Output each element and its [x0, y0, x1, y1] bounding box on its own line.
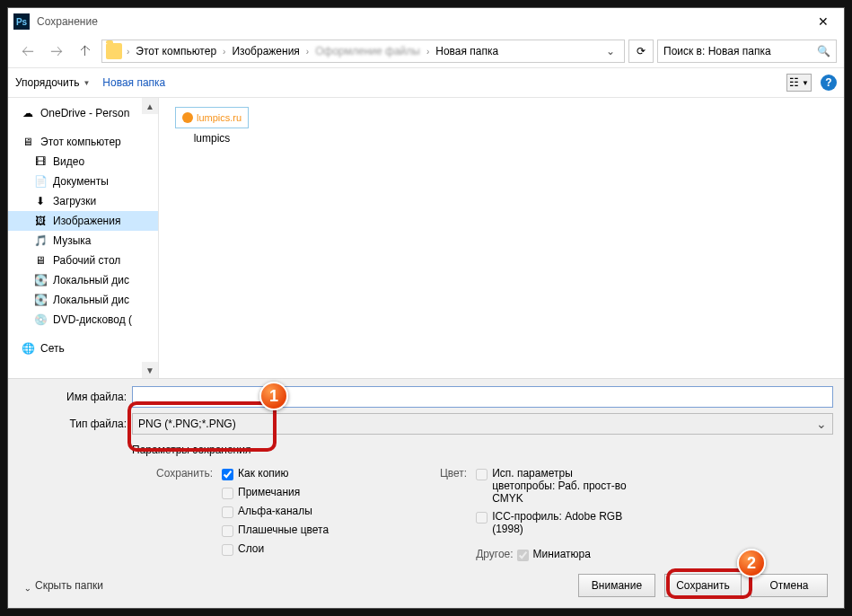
file-item[interactable]: lumpics.ru lumpics — [171, 107, 252, 145]
crumb-images[interactable]: Изображения — [230, 45, 301, 57]
chevron-right-icon: › — [124, 47, 132, 57]
search-icon: 🔍 — [817, 45, 830, 57]
tree-item[interactable]: 🌐Сеть — [8, 339, 158, 358]
warning-button[interactable]: Внимание — [578, 574, 655, 597]
tree-item[interactable]: 💿DVD-дисковод ( — [8, 310, 158, 330]
chevron-down-icon[interactable]: ⌄ — [601, 45, 620, 57]
tree-item[interactable]: 📄Документы — [8, 172, 158, 191]
other-label: Другое: — [476, 548, 513, 561]
tree-icon: 🖥 — [33, 254, 48, 267]
path-bar[interactable]: › Этот компьютер › Изображения › Оформле… — [101, 40, 625, 63]
tree-item[interactable]: 💽Локальный дис — [8, 290, 158, 310]
refresh-button[interactable]: ⟳ — [628, 40, 654, 63]
layers-checkbox: Слои — [222, 542, 329, 556]
save-params-label: Параметры сохранения — [132, 444, 250, 456]
new-folder-button[interactable]: Новая папка — [102, 76, 165, 89]
back-button[interactable]: 🡠 — [15, 39, 40, 64]
tree-item[interactable]: 🖼Изображения — [8, 211, 158, 231]
as-copy-checkbox[interactable]: Как копию — [222, 467, 329, 480]
tree-item[interactable]: 🖥Рабочий стол — [8, 251, 158, 270]
tree-icon: 💽 — [33, 274, 48, 286]
up-button[interactable]: 🡡 — [73, 39, 98, 64]
scroll-up-icon[interactable]: ▲ — [142, 98, 158, 114]
crumb-newfolder[interactable]: Новая папка — [434, 45, 500, 57]
tree-item[interactable]: 💽Локальный дис — [8, 270, 158, 290]
filename-input[interactable] — [132, 386, 833, 408]
crumb-computer[interactable]: Этот компьютер — [134, 45, 218, 57]
tree-item[interactable]: 🎵Музыка — [8, 231, 158, 251]
hide-folders-toggle[interactable]: Скрыть папки — [24, 579, 103, 592]
save-dialog: Ps Сохранение ✕ 🡠 🡢 🡡 › Этот компьютер ›… — [7, 7, 845, 609]
filetype-combo[interactable]: PNG (*.PNG;*.PNG) — [132, 413, 833, 435]
tree-item[interactable]: ☁OneDrive - Person — [8, 103, 158, 123]
tree-icon: 🎵 — [33, 234, 48, 247]
file-label: lumpics — [171, 132, 252, 145]
tree-icon: 🖼 — [33, 215, 48, 227]
chevron-right-icon: › — [424, 47, 432, 57]
chevron-right-icon: › — [303, 47, 312, 57]
tree-icon: 💿 — [33, 313, 48, 326]
tree-icon: 💽 — [33, 294, 48, 306]
tree-item[interactable]: ⬇Загрузки — [8, 191, 158, 211]
app-icon: Ps — [13, 13, 30, 30]
save-options-label: Сохранить: — [145, 467, 218, 561]
chevron-right-icon: › — [220, 47, 228, 57]
tree-icon: 🎞 — [33, 155, 48, 168]
icc-checkbox: ICC-профиль: Adobe RGB (1998) — [476, 510, 628, 535]
spot-checkbox: Плашечные цвета — [222, 524, 329, 537]
save-button[interactable]: Сохранить — [664, 574, 742, 597]
notes-checkbox: Примечания — [222, 486, 329, 499]
toolbar: Упорядочить▼ Новая папка ☷▼ ? — [8, 67, 844, 98]
forward-button: 🡢 — [44, 39, 69, 64]
search-input[interactable]: Поиск в: Новая папка 🔍 — [657, 40, 837, 63]
bottom-panel: Имя файла: Тип файла: PNG (*.PNG;*.PNG) … — [8, 378, 844, 608]
scroll-down-icon[interactable]: ▼ — [142, 362, 158, 378]
crumb-blurred[interactable]: Оформление файлы — [313, 45, 422, 57]
window-title: Сохранение — [37, 15, 98, 28]
tree-icon: 🖥 — [21, 136, 35, 148]
address-bar: 🡠 🡢 🡡 › Этот компьютер › Изображения › О… — [8, 35, 844, 67]
tree-icon: 📄 — [33, 175, 48, 188]
file-pane[interactable]: lumpics.ru lumpics — [159, 98, 844, 378]
tree-icon: ⬇ — [33, 195, 48, 207]
tree-icon: 🌐 — [21, 342, 35, 355]
help-icon[interactable]: ? — [821, 75, 837, 91]
thumbnail-checkbox: Миниатюра — [517, 548, 591, 561]
color-label: Цвет: — [399, 467, 472, 561]
file-thumbnail: lumpics.ru — [175, 107, 249, 128]
tree-item[interactable]: 🖥Этот компьютер — [8, 132, 158, 152]
titlebar: Ps Сохранение ✕ — [8, 8, 844, 35]
view-mode-button[interactable]: ☷▼ — [786, 74, 812, 92]
close-icon[interactable]: ✕ — [803, 8, 844, 35]
folder-icon — [106, 43, 122, 59]
cancel-button[interactable]: Отмена — [751, 574, 828, 597]
tree-item[interactable]: 🎞Видео — [8, 152, 158, 172]
filename-label: Имя файла: — [19, 391, 132, 403]
tree-icon: ☁ — [21, 107, 35, 119]
filetype-label: Тип файла: — [19, 418, 132, 430]
organize-menu[interactable]: Упорядочить▼ — [15, 76, 90, 89]
proof-checkbox: Исп. параметры цветопробы: Раб. прост-во… — [476, 467, 628, 505]
folder-tree: ▲ ▼ ☁OneDrive - Person🖥Этот компьютер🎞Ви… — [8, 98, 159, 378]
alpha-checkbox: Альфа-каналы — [222, 505, 329, 518]
